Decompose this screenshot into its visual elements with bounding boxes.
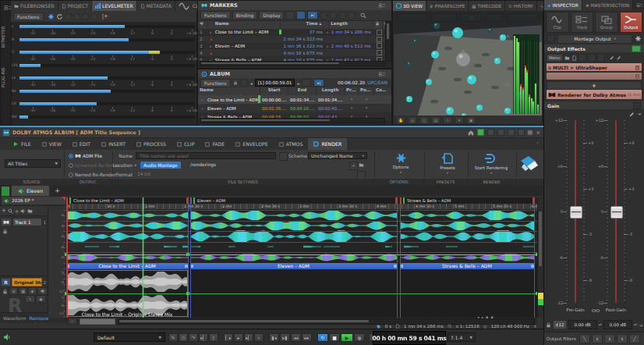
track1-name[interactable]: Track 1 bbox=[12, 218, 42, 226]
col-header[interactable]: Comment bbox=[374, 87, 391, 95]
album-tool-button[interactable] bbox=[302, 79, 311, 87]
bypass-icon[interactable]: ⇥ bbox=[637, 111, 641, 118]
name-input[interactable]: Title names are used bbox=[136, 152, 276, 159]
mode-button-track[interactable]: Track bbox=[571, 12, 594, 33]
delete-effect-icon[interactable] bbox=[635, 65, 642, 70]
effects-enable-button[interactable] bbox=[632, 45, 641, 52]
track1-envelope-line[interactable] bbox=[66, 254, 537, 255]
ribbon-collapse-icon[interactable]: ˄ bbox=[536, 138, 543, 150]
output-radio-0[interactable]: ADM File bbox=[69, 152, 102, 159]
add-effect-slot[interactable]: + bbox=[547, 81, 642, 90]
highpass-filter-button[interactable]: ╱ bbox=[629, 334, 640, 343]
preset-open-icon[interactable] bbox=[564, 55, 570, 61]
edit-effect-icon[interactable] bbox=[609, 55, 614, 61]
time-display[interactable]: 00 h 00 mn 59 s 041 ms bbox=[373, 331, 446, 345]
location-chip[interactable]: Audio Montage bbox=[140, 162, 181, 169]
zoom-slider[interactable] bbox=[80, 318, 115, 325]
panel-menu-icon[interactable] bbox=[637, 2, 644, 8]
album-upc-button[interactable]: UPC/EAN bbox=[367, 80, 387, 85]
play-button[interactable]: ▶ bbox=[341, 333, 353, 342]
gain-range-button[interactable]: ±12 bbox=[553, 320, 567, 329]
effect-slot-2[interactable] bbox=[547, 73, 642, 80]
marker-lock-checkbox[interactable] bbox=[377, 50, 382, 55]
effects-menu-button[interactable]: Menu bbox=[547, 54, 563, 62]
ribbon-tab-envelope[interactable]: ENVELOPE bbox=[230, 138, 273, 150]
effect-slot-1[interactable]: ≡MULTI > UltraShaper bbox=[547, 63, 642, 71]
track1-lock-icon[interactable] bbox=[2, 229, 8, 234]
marker-row[interactable]: 1▸Close to the Limit – ADM37 ms◂1 mn 34 … bbox=[198, 29, 387, 36]
col-header[interactable]: Length bbox=[317, 87, 345, 95]
play-skip-button[interactable]: » bbox=[254, 333, 264, 342]
markers-vscrollbar[interactable] bbox=[385, 21, 391, 62]
view-preset-button[interactable] bbox=[460, 13, 482, 22]
ribbon-tab-clip[interactable]: CLIP bbox=[172, 138, 200, 150]
ribbon-tab-atmos[interactable]: ATMOS bbox=[274, 138, 309, 150]
col-header[interactable] bbox=[208, 21, 214, 29]
marker-tool-button[interactable] bbox=[285, 11, 295, 20]
marker-lock-checkbox[interactable] bbox=[377, 37, 382, 42]
tab-phasescope[interactable]: ⊕PHASESCOPE bbox=[426, 1, 469, 11]
mode-button-clip[interactable]: Clip bbox=[546, 12, 569, 33]
swap-channels-button[interactable]: ⇄ bbox=[9, 287, 18, 295]
document-tab-eleven[interactable]: Eleven bbox=[11, 185, 50, 196]
edit-mode-button[interactable]: ✎ bbox=[168, 333, 178, 342]
meter-reset-icon[interactable] bbox=[56, 13, 63, 20]
move-tool-icon[interactable]: ✛ bbox=[15, 208, 19, 214]
gain-menu-button[interactable] bbox=[633, 102, 641, 109]
location-browse-icon[interactable] bbox=[359, 162, 364, 168]
visibility-button[interactable]: ◉ bbox=[36, 295, 46, 303]
post-gain-spinner[interactable]: ▴▾ bbox=[634, 323, 637, 326]
clip-label-bar-2[interactable]: Straws & Bells – ADM bbox=[400, 263, 534, 269]
renderer-slot[interactable]: Renderer for Dolby Atmos(1 ms) bbox=[547, 90, 642, 99]
home-icon[interactable] bbox=[468, 130, 474, 136]
bandpass2-filter-button[interactable]: ∧ bbox=[604, 334, 615, 343]
grid-tool-icon[interactable]: ▤ bbox=[431, 116, 441, 124]
time-ruler[interactable]: 030 s1 mn1 mn 30 s2 mn2 mn 30 s3 mn3 mn … bbox=[66, 204, 537, 210]
jog-button[interactable]: ↷ bbox=[189, 333, 198, 342]
meter-option-dot[interactable] bbox=[82, 13, 89, 20]
rail-tab-plug-ins[interactable]: PLUG-INS bbox=[1, 59, 11, 96]
montage-vscrollbar[interactable] bbox=[537, 197, 543, 318]
col-header[interactable] bbox=[324, 21, 329, 29]
ribbon-tab-view[interactable]: VIEW bbox=[37, 138, 67, 150]
preset-save-icon[interactable] bbox=[571, 55, 577, 61]
view-mode-rainbow[interactable]: Rainbow bbox=[29, 316, 48, 321]
lowpass-filter-button[interactable]: ╲ bbox=[579, 334, 590, 343]
pre-gain-fader-handle[interactable] bbox=[570, 206, 582, 219]
view-preset-button[interactable] bbox=[430, 13, 457, 22]
pre-gain-spinner[interactable]: ▴▾ bbox=[599, 323, 602, 326]
montage-tab-2026ep[interactable]: 2026 EP * bbox=[1, 196, 66, 205]
post-gain-fader-handle[interactable] bbox=[610, 206, 623, 219]
meter-add-icon[interactable]: |+ bbox=[102, 13, 108, 20]
view-preset-button[interactable] bbox=[507, 13, 539, 22]
bandpass1-filter-button[interactable]: ∧ bbox=[592, 334, 603, 343]
col-header[interactable]: Pre-Gap bbox=[345, 87, 359, 95]
album-nav-prev[interactable]: ◂ bbox=[250, 80, 253, 86]
tab-3d-view[interactable]: 3D VIEW bbox=[393, 1, 426, 11]
clip-title-0[interactable]: Close to the Limit – ADM bbox=[66, 197, 188, 204]
channel-config-select[interactable]: 7.1.4▼ bbox=[448, 333, 476, 342]
marker-row[interactable]: 3▸Eleven – ADM1 mn 36 s 323 ms◂2 mn 40 s… bbox=[198, 43, 387, 50]
ribbon-tab-fade[interactable]: FADE bbox=[200, 138, 230, 150]
tab-inspector[interactable]: ≡INSPECTOR bbox=[544, 0, 582, 10]
album-option-dot[interactable] bbox=[240, 79, 248, 87]
tab-filebrowser[interactable]: FILEBROWSER bbox=[11, 1, 58, 11]
clip-title-1[interactable]: Eleven – ADM bbox=[190, 197, 397, 204]
titlebar-toggle[interactable] bbox=[518, 129, 525, 136]
panel-menu-icon[interactable] bbox=[379, 71, 386, 76]
master-monitor-icon[interactable] bbox=[3, 333, 11, 341]
view-mode-waveform[interactable]: Waveform bbox=[3, 316, 26, 321]
stop-button[interactable]: ■ bbox=[329, 333, 340, 342]
marker-split-button[interactable] bbox=[296, 11, 306, 20]
focus-tool-icon[interactable]: ◎ bbox=[408, 116, 417, 124]
album-followplay-button[interactable]: ▸| bbox=[313, 79, 324, 87]
hand-tool-icon[interactable]: ✋ bbox=[396, 116, 405, 124]
record-enable-indicator[interactable] bbox=[477, 129, 484, 136]
presets-button[interactable]: Presets▾ bbox=[426, 151, 469, 177]
col-header[interactable]: Time ▴ bbox=[281, 21, 324, 29]
monitor-tool-icon[interactable] bbox=[20, 208, 26, 214]
source-select[interactable]: All Titles▼ bbox=[5, 159, 61, 168]
tab-metadata[interactable]: METADATA bbox=[137, 1, 175, 11]
pre-gain-value[interactable]: 0.00 dB bbox=[568, 320, 597, 329]
tab-mastersection[interactable]: ★MASTERSECTION bbox=[582, 0, 633, 10]
